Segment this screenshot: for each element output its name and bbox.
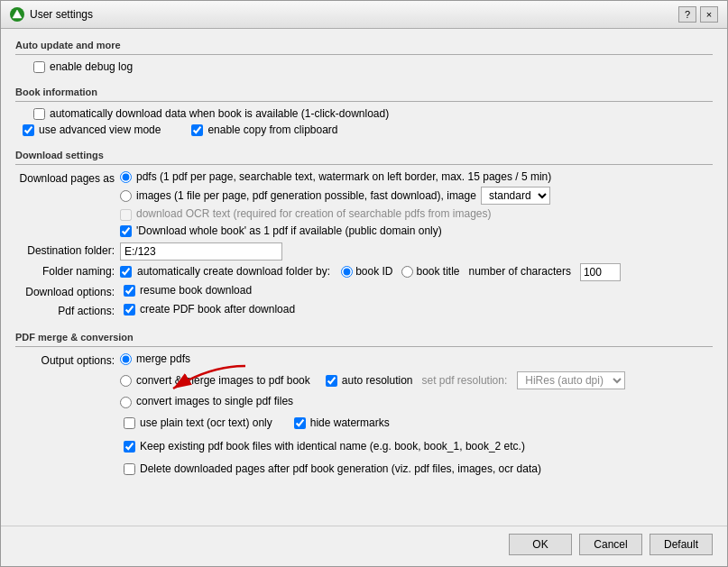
convert-single-radio[interactable]: [120, 397, 132, 408]
dest-folder-input[interactable]: E:/123: [120, 242, 282, 261]
pdfs-radio[interactable]: [120, 171, 132, 183]
hide-watermarks-checkbox[interactable]: [294, 417, 306, 429]
merge-pdfs-radio[interactable]: [120, 353, 132, 365]
plain-text-label: use plain text (ocr text) only: [140, 416, 272, 431]
book-id-label: book ID: [355, 265, 392, 279]
dialog-title: User settings: [30, 8, 673, 21]
auto-update-section: Auto update and more enable debug log: [15, 40, 713, 78]
convert-single-row: convert images to single pdf files: [120, 395, 625, 409]
auto-download-row: automatically download data when book is…: [15, 107, 713, 122]
set-pdf-res-label: set pdf resolution:: [422, 374, 508, 389]
pdfs-label: pdfs (1 pdf per page, searchable text, w…: [136, 170, 551, 185]
create-pdf-row: create PDF book after download: [120, 303, 295, 317]
download-options-row: Download options: resume book download: [15, 284, 713, 301]
book-info-section: Book information automatically download …: [15, 87, 713, 141]
auto-download-label: automatically download data when book is…: [50, 107, 389, 122]
book-info-title: Book information: [15, 87, 713, 97]
download-options-label: Download options:: [15, 284, 115, 298]
images-label: images (1 file per page, pdf generation …: [136, 189, 476, 204]
keep-existing-label: Keep existing pdf book files with identi…: [140, 440, 525, 454]
folder-naming-check-label: automatically create download folder by:: [137, 265, 330, 279]
output-options-row: Output options: merge pdfs convert & mer…: [15, 352, 713, 480]
book-id-option: book ID: [341, 265, 392, 279]
convert-merge-label: convert & merge images to pdf book: [136, 374, 310, 389]
copy-clipboard-checkbox[interactable]: [191, 124, 203, 136]
debug-log-row: enable debug log: [15, 60, 713, 75]
convert-merge-radio[interactable]: [120, 375, 132, 387]
pages-options: pdfs (1 pdf per page, searchable text, w…: [120, 170, 551, 239]
hide-watermarks-label: hide watermarks: [310, 416, 390, 431]
create-pdf-label: create PDF book after download: [140, 303, 295, 317]
ocr-option-row: download OCR text (required for creation…: [120, 207, 551, 222]
images-radio[interactable]: [120, 190, 132, 202]
download-settings-title: Download settings: [15, 150, 713, 160]
title-bar: User settings ? ×: [1, 1, 727, 29]
pdf-resolution-dropdown[interactable]: HiRes (auto dpi): [517, 371, 625, 389]
cancel-button[interactable]: Cancel: [579, 534, 642, 555]
images-quality-dropdown[interactable]: standard: [481, 187, 550, 205]
ocr-label: download OCR text (required for creation…: [136, 207, 492, 222]
auto-resolution-label: auto resolution: [342, 374, 413, 389]
auto-download-checkbox[interactable]: [33, 108, 45, 120]
download-pages-row: Download pages as pdfs (1 pdf per page, …: [15, 170, 713, 239]
plain-text-row: use plain text (ocr text) only hide wate…: [120, 416, 625, 434]
ok-button[interactable]: OK: [509, 534, 572, 555]
copy-clipboard-label: enable copy from clipboard: [207, 123, 337, 138]
advanced-view-checkbox[interactable]: [23, 124, 34, 136]
merge-pdfs-row: merge pdfs: [120, 352, 625, 367]
advanced-view-label: use advanced view mode: [39, 123, 161, 138]
download-settings-section: Download settings Download pages as pdfs…: [15, 150, 713, 323]
delete-pages-row: Delete downloaded pages after pdf book g…: [120, 462, 625, 477]
pdf-actions-label: Pdf actions:: [15, 303, 115, 317]
resume-download-checkbox[interactable]: [124, 285, 135, 297]
num-chars-input[interactable]: [580, 263, 621, 281]
merge-pdfs-label: merge pdfs: [136, 352, 190, 367]
bottom-bar: OK Cancel Default: [1, 526, 727, 566]
dest-folder-row: Destination folder: E:/123: [15, 242, 713, 261]
close-button[interactable]: ×: [700, 6, 718, 23]
svg-marker-0: [13, 10, 22, 18]
auto-update-title: Auto update and more: [15, 40, 713, 50]
pages-label: Download pages as: [15, 170, 115, 185]
images-option-row: images (1 file per page, pdf generation …: [120, 187, 551, 205]
default-button[interactable]: Default: [650, 534, 713, 555]
ocr-checkbox[interactable]: [120, 209, 132, 221]
book-title-radio[interactable]: [401, 266, 413, 278]
keep-existing-checkbox[interactable]: [124, 441, 135, 453]
whole-book-checkbox[interactable]: [120, 225, 132, 237]
pdf-actions-row: Pdf actions: create PDF book after downl…: [15, 303, 713, 320]
create-pdf-checkbox[interactable]: [124, 304, 135, 316]
title-buttons: ? ×: [678, 6, 718, 23]
folder-naming-checkbox[interactable]: [120, 266, 132, 278]
whole-book-row: 'Download whole book' as 1 pdf if availa…: [120, 224, 551, 239]
resume-download-row: resume book download: [120, 284, 252, 298]
debug-log-checkbox[interactable]: [33, 61, 45, 73]
convert-single-label: convert images to single pdf files: [136, 395, 293, 409]
resume-download-label: resume book download: [140, 284, 252, 298]
book-title-option: book title: [401, 265, 459, 279]
help-button[interactable]: ?: [678, 6, 696, 23]
pdfs-option-row: pdfs (1 pdf per page, searchable text, w…: [120, 170, 551, 185]
dialog-content: Auto update and more enable debug log Bo…: [1, 29, 727, 526]
advanced-view-row: use advanced view mode: [19, 123, 161, 138]
auto-resolution-checkbox[interactable]: [326, 375, 337, 387]
delete-pages-checkbox[interactable]: [124, 463, 135, 475]
pdf-merge-title: PDF merge & conversion: [15, 332, 713, 343]
copy-clipboard-row: enable copy from clipboard: [188, 123, 337, 138]
user-settings-dialog: User settings ? × Auto update and more e…: [0, 0, 728, 567]
delete-pages-label: Delete downloaded pages after pdf book g…: [140, 462, 541, 477]
keep-existing-row: Keep existing pdf book files with identi…: [120, 440, 625, 454]
folder-naming-row: Folder naming: automatically create down…: [15, 263, 713, 281]
folder-naming-label: Folder naming:: [15, 263, 115, 278]
pdf-merge-section: PDF merge & conversion Output options: m…: [15, 332, 713, 482]
whole-book-label: 'Download whole book' as 1 pdf if availa…: [136, 224, 442, 239]
book-id-radio[interactable]: [341, 266, 353, 278]
plain-text-checkbox[interactable]: [124, 417, 135, 429]
convert-merge-row: convert & merge images to pdf book auto …: [120, 371, 625, 389]
folder-naming-options: automatically create download folder by:…: [120, 263, 621, 281]
output-options-label: Output options:: [15, 352, 115, 367]
output-options-content: merge pdfs convert & merge images to pdf…: [120, 352, 625, 480]
book-title-label: book title: [416, 265, 459, 279]
debug-log-label: enable debug log: [50, 60, 133, 75]
num-chars-label: number of characters: [469, 265, 571, 279]
